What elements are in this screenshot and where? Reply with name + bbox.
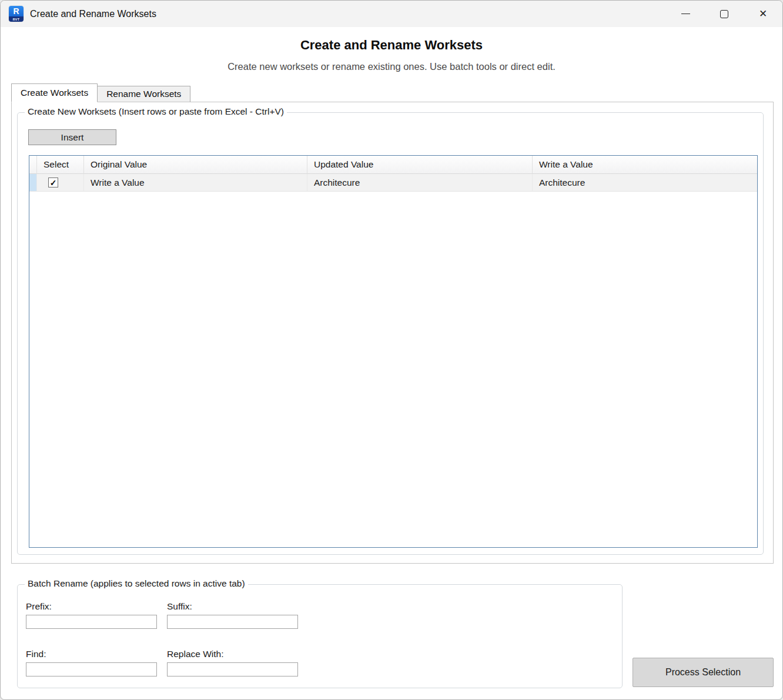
create-new-worksets-group-label: Create New Worksets (Insert rows or past…	[25, 106, 287, 117]
create-new-worksets-groupbox: Create New Worksets (Insert rows or past…	[17, 112, 764, 555]
minimize-button[interactable]	[666, 1, 705, 27]
title-bar: R RVT Create and Rename Worksets ✕	[1, 1, 782, 27]
close-icon: ✕	[759, 9, 767, 19]
close-button[interactable]: ✕	[744, 1, 782, 27]
original-value-cell[interactable]: Write a Value	[84, 174, 307, 191]
window-title: Create and Rename Worksets	[30, 9, 156, 19]
column-header-write-a-value[interactable]: Write a Value	[533, 156, 757, 174]
replace-with-input[interactable]	[167, 662, 298, 676]
select-cell[interactable]: ✓	[37, 174, 84, 191]
tab-rename-worksets[interactable]: Rename Worksets	[97, 86, 190, 102]
maximize-button[interactable]	[705, 1, 744, 27]
column-header-select[interactable]: Select	[37, 156, 84, 174]
tab-strip: Create Worksets Rename Worksets	[11, 83, 190, 102]
prefix-label: Prefix:	[26, 601, 158, 612]
window-controls: ✕	[666, 1, 782, 27]
grid-empty-area[interactable]	[29, 192, 757, 547]
updated-value-cell[interactable]: Architecure	[307, 174, 533, 191]
tab-create-worksets[interactable]: Create Worksets	[11, 83, 98, 102]
suffix-label: Suffix:	[167, 601, 299, 612]
replace-with-label: Replace With:	[167, 649, 299, 659]
row-select-checkbox[interactable]: ✓	[48, 177, 58, 187]
find-label: Find:	[26, 649, 158, 659]
page-title: Create and Rename Worksets	[1, 38, 782, 53]
revit-icon-letter: R	[9, 6, 24, 16]
prefix-field-group: Prefix:	[26, 601, 158, 629]
worksets-data-grid: Select Original Value Updated Value Writ…	[29, 155, 758, 548]
maximize-icon	[720, 10, 728, 18]
grid-corner-header-cell[interactable]	[29, 156, 37, 174]
revit-app-icon: R RVT	[9, 6, 24, 22]
suffix-input[interactable]	[167, 615, 298, 629]
minimize-icon	[681, 14, 690, 14]
batch-rename-group-label: Batch Rename (applies to selected rows i…	[25, 578, 248, 589]
column-header-original-value[interactable]: Original Value	[84, 156, 307, 174]
row-header-cell[interactable]	[29, 174, 37, 191]
create-worksets-tab-panel: Create New Worksets (Insert rows or past…	[11, 102, 774, 564]
process-selection-button[interactable]: Process Selection	[633, 658, 774, 687]
dialog-window: R RVT Create and Rename Worksets ✕ Creat…	[0, 0, 783, 700]
prefix-input[interactable]	[26, 615, 157, 629]
column-header-updated-value[interactable]: Updated Value	[307, 156, 533, 174]
batch-rename-groupbox: Batch Rename (applies to selected rows i…	[17, 584, 623, 688]
find-field-group: Find:	[26, 649, 158, 676]
revit-icon-rvt-label: RVT	[9, 16, 24, 22]
grid-header-row: Select Original Value Updated Value Writ…	[29, 156, 757, 174]
insert-button[interactable]: Insert	[28, 129, 116, 145]
table-row[interactable]: ✓ Write a Value Architecure Architecure	[29, 174, 757, 192]
replace-with-field-group: Replace With:	[167, 649, 299, 676]
find-input[interactable]	[26, 662, 157, 676]
suffix-field-group: Suffix:	[167, 601, 299, 629]
write-a-value-cell[interactable]: Architecure	[533, 174, 757, 191]
page-subtitle: Create new worksets or rename existing o…	[1, 61, 782, 72]
